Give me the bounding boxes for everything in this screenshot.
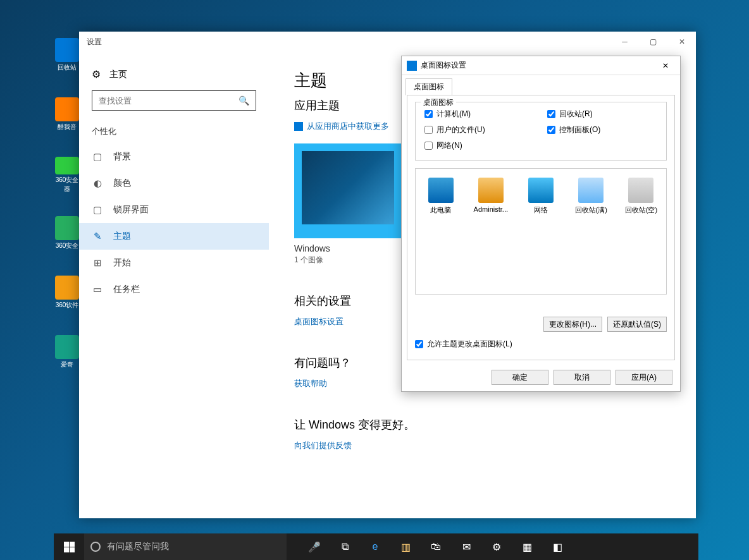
checkbox-network[interactable]: 网络(N) [424,140,535,151]
feedback-link[interactable]: 向我们提供反馈 [294,440,671,451]
dialog-close-button[interactable]: ✕ [656,61,675,70]
checkbox-controlpanel[interactable]: 控制面板(O) [547,125,657,135]
taskbar-edge-icon[interactable]: e [360,533,390,560]
desktop-icon-settings-dialog: 桌面图标设置 ✕ 桌面图标 桌面图标 计算机(M) 回收站(R) 用户的文件(U… [401,56,681,392]
desktop-icons-fieldset: 桌面图标 计算机(M) 回收站(R) 用户的文件(U) 控制面板(O) 网络(N… [415,102,667,161]
dialog-title: 桌面图标设置 [421,60,466,71]
theme-subtext: 1 个图像 [294,255,402,265]
checkbox-computer[interactable]: 计算机(M) [424,109,535,119]
change-icon-button[interactable]: 更改图标(H)... [543,317,602,332]
windows-icon [64,542,75,552]
desktop-icon-kuwo[interactable]: 酷我音 [54,97,80,134]
search-icon: 🔍 [238,95,249,106]
taskbar-mic-icon[interactable]: 🎤 [299,533,330,560]
desktop-icon-360a[interactable]: 360安全 器 [54,157,80,193]
maximize-button[interactable]: ▢ [639,32,667,52]
checkbox-recycle[interactable]: 回收站(R) [547,109,657,119]
ok-button[interactable]: 确定 [492,370,548,385]
taskbar-explorer-icon[interactable]: ▥ [390,533,421,560]
nav-lockscreen[interactable]: ▢锁屏界面 [79,197,269,223]
cortana-icon [90,542,101,552]
search-input[interactable] [99,96,238,106]
desktop-icon-360b[interactable]: 360安全 [54,216,80,253]
cancel-button[interactable]: 取消 [554,370,610,385]
apply-button[interactable]: 应用(A) [616,370,672,385]
taskbar-taskview-icon[interactable]: ⧉ [330,533,360,560]
preview-recycle-empty[interactable]: 回收站(空) [620,178,662,215]
computer-icon [428,178,454,203]
picture-icon: ▢ [92,151,103,162]
nav-taskbar[interactable]: ▭任务栏 [79,276,269,303]
recycle-empty-icon [628,178,653,203]
desktop-icon-recycle[interactable]: 回收站 [54,38,80,75]
grid-icon: ⊞ [92,257,103,269]
tab-desktop-icons[interactable]: 桌面图标 [405,78,452,95]
preview-network[interactable]: 网络 [519,178,562,215]
taskbar-store-icon[interactable]: 🛍 [421,533,451,560]
settings-sidebar: ⚙ 主页 🔍 个性化 ▢背景 ◐颜色 ▢锁屏界面 ✎主题 ⊞开始 ▭任务栏 [79,52,269,518]
store-icon [294,122,303,131]
sidebar-section-label: 个性化 [79,126,269,143]
taskbar-app2-icon[interactable]: ◧ [542,533,573,560]
taskbar-settings-icon[interactable]: ⚙ [481,533,512,560]
desktop-icon-iqiyi[interactable]: 爱奇 [54,335,80,372]
settings-window-title: 设置 [87,37,102,47]
theme-thumbnail [294,143,402,238]
fieldset-legend: 桌面图标 [421,97,456,108]
close-button[interactable]: ✕ [667,32,696,52]
home-label: 主页 [109,69,127,80]
minimize-button[interactable]: ─ [610,32,639,52]
taskbar-icon: ▭ [92,284,103,295]
theme-name: Windows [294,238,402,255]
lock-icon: ▢ [92,204,103,216]
home-button[interactable]: ⚙ 主页 [79,63,269,90]
dialog-titlebar[interactable]: 桌面图标设置 ✕ [402,56,680,75]
user-folder-icon [478,178,504,203]
allow-theme-checkbox[interactable]: 允许主题更改桌面图标(L) [415,339,512,350]
icon-preview-row: 此电脑 Administr... 网络 回收站(满) 回收站(空) [415,168,667,295]
palette-icon: ◐ [92,178,103,189]
better-heading: 让 Windows 变得更好。 [294,417,671,432]
preview-recycle-full[interactable]: 回收站(满) [570,178,612,215]
dialog-panel: 桌面图标 计算机(M) 回收站(R) 用户的文件(U) 控制面板(O) 网络(N… [407,95,675,360]
monitor-icon [407,61,417,71]
pencil-icon: ✎ [92,231,103,242]
preview-this-pc[interactable]: 此电脑 [419,178,462,215]
theme-tile[interactable]: Windows 1 个图像 [294,143,402,265]
recycle-full-icon [578,178,604,203]
nav-themes[interactable]: ✎主题 [79,223,269,250]
store-link[interactable]: 从应用商店中获取更多 [294,121,389,132]
nav-start[interactable]: ⊞开始 [79,250,269,276]
desktop-icon-360soft[interactable]: 360软件 [54,276,80,312]
taskbar-mail-icon[interactable]: ✉ [451,533,481,560]
dialog-tabs: 桌面图标 [402,75,680,95]
checkbox-userfiles[interactable]: 用户的文件(U) [424,125,535,135]
cortana-search[interactable]: 有问题尽管问我 [84,533,287,560]
restore-defaults-button[interactable]: 还原默认值(S) [607,317,667,332]
taskbar: 有问题尽管问我 🎤 ⧉ e ▥ 🛍 ✉ ⚙ ▦ ◧ [54,533,698,560]
network-icon [528,178,554,203]
preview-admin[interactable]: Administr... [469,178,512,213]
taskbar-app-icon[interactable]: ▦ [512,533,542,560]
nav-background[interactable]: ▢背景 [79,143,269,170]
gear-icon: ⚙ [92,68,101,80]
desktop-background: 回收站 酷我音 360安全 器 360安全 360软件 爱奇 设置 ─ ▢ ✕ … [0,0,749,560]
start-button[interactable] [54,533,84,560]
desktop-icons-column: 回收站 酷我音 360安全 器 360安全 360软件 爱奇 [54,38,79,372]
settings-titlebar[interactable]: 设置 ─ ▢ ✕ [79,32,696,52]
nav-colors[interactable]: ◐颜色 [79,170,269,197]
search-box[interactable]: 🔍 [92,90,256,111]
